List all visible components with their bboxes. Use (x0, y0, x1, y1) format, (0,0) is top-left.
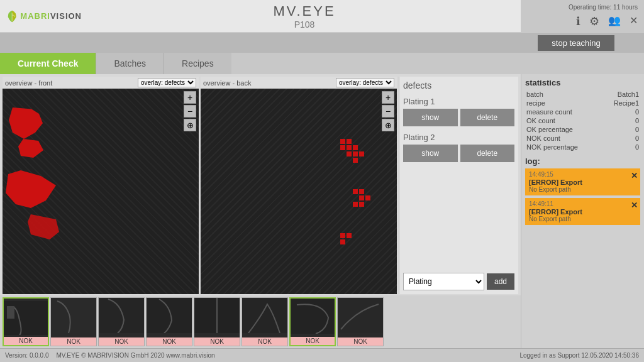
thumb-label-4: NOK (194, 337, 240, 346)
thumb-img-0 (4, 301, 48, 335)
thumb-label-2: NOK (99, 337, 144, 346)
stat-val-nok: 0 (601, 134, 640, 143)
back-zoom-out-button[interactable]: − (382, 105, 394, 118)
front-overlay-select[interactable]: overlay: defects (138, 78, 196, 87)
thumbnail-0[interactable]: NOK (3, 297, 49, 346)
plating-1-show-button[interactable]: show (403, 109, 458, 126)
zoom-in-button[interactable]: + (184, 91, 196, 104)
back-zoom-reset-button[interactable]: ⊕ (382, 119, 394, 131)
thumbnail-2[interactable]: NOK (98, 297, 145, 346)
thumbnail-4[interactable]: NOK (194, 297, 240, 346)
zoom-reset-button[interactable]: ⊕ (184, 119, 196, 131)
svg-rect-27 (338, 298, 383, 333)
plating-2-group: Plating 2 show delete (403, 133, 514, 162)
stat-row-nok: NOK count 0 (525, 134, 640, 143)
svg-rect-19 (7, 306, 14, 319)
stat-val-measure: 0 (601, 107, 640, 116)
plating-1-label: Plating 1 (403, 97, 514, 106)
stat-key-ok: OK count (525, 116, 601, 125)
svg-rect-4 (353, 145, 358, 150)
stat-key-nok-pct: NOK percentage (525, 143, 601, 151)
svg-rect-13 (353, 202, 358, 207)
svg-rect-2 (340, 145, 345, 150)
app-title: MV.EYE (273, 3, 335, 19)
front-image-canvas: + − ⊕ (3, 89, 199, 294)
log-entry-0-time: 14:49:15 (529, 171, 626, 178)
log-entry-0-close[interactable]: ✕ (631, 171, 638, 180)
stat-row-ok: OK count 0 (525, 116, 640, 125)
back-view-label: overview - back (203, 79, 251, 87)
tab-recipes[interactable]: Recipes (164, 53, 231, 74)
stat-row-recipe: recipe Recipe1 (525, 99, 640, 107)
svg-rect-5 (347, 151, 352, 156)
svg-rect-0 (340, 139, 345, 144)
defects-footer: Plating add (403, 273, 514, 290)
footer-logged-in: Logged in as Support 12.05.2020 14:50:36 (519, 352, 639, 359)
svg-rect-16 (347, 233, 352, 238)
stat-val-ok-pct: 0 (601, 125, 640, 134)
plating-1-delete-button[interactable]: delete (460, 109, 515, 126)
svg-rect-14 (359, 202, 364, 207)
close-icon[interactable]: ✕ (630, 14, 638, 28)
thumbnails-row: NOK NOK NOK (0, 295, 521, 348)
footer-copyright: MV.EYE © MABRIVISION GmbH 2020 www.mabri… (57, 352, 215, 359)
back-zoom-controls: + − ⊕ (382, 91, 394, 131)
log-entry-1-close[interactable]: ✕ (631, 200, 638, 210)
thumb-img-4 (194, 298, 240, 337)
thumbnail-5[interactable]: NOK (242, 297, 288, 346)
thumb-img-5 (242, 298, 287, 337)
svg-rect-10 (359, 189, 364, 194)
plating-2-delete-button[interactable]: delete (460, 145, 515, 162)
svg-rect-3 (347, 145, 352, 150)
svg-rect-9 (353, 189, 358, 194)
front-view-label: overview - front (5, 79, 52, 87)
plating-2-show-button[interactable]: show (403, 145, 458, 162)
back-overlay-select[interactable]: overlay: defects (336, 78, 394, 87)
svg-rect-8 (353, 158, 358, 163)
users-icon[interactable]: 👥 (608, 14, 621, 28)
defects-panel: defects Plating 1 show delete Plating 2 (399, 77, 518, 294)
thumb-label-1: NOK (51, 337, 96, 346)
zoom-out-button[interactable]: − (184, 105, 196, 118)
log-entry-1-time: 14:49:11 (529, 200, 626, 207)
back-image-view: overview - back overlay: defects (201, 77, 397, 294)
svg-rect-12 (365, 195, 370, 200)
front-image-view: overview - front overlay: defects (3, 77, 199, 294)
tab-current-check[interactable]: Current Check (0, 53, 96, 74)
statistics-title: statistics (525, 78, 640, 87)
svg-rect-20 (51, 298, 96, 333)
svg-rect-6 (353, 151, 358, 156)
plating-1-group: Plating 1 show delete (403, 97, 514, 126)
stat-row-nok-pct: NOK percentage 0 (525, 143, 640, 151)
app-title-area: MV.EYE P108 (88, 0, 521, 32)
right-panel: statistics batch Batch1 recipe Recipe1 m… (521, 74, 644, 348)
thumbnail-1[interactable]: NOK (50, 297, 97, 346)
stat-val-recipe: Recipe1 (601, 99, 640, 107)
back-zoom-in-button[interactable]: + (382, 91, 394, 104)
thumb-img-2 (99, 298, 144, 337)
plating-select[interactable]: Plating (403, 273, 484, 290)
info-icon[interactable]: ℹ (576, 14, 580, 28)
stop-teaching-button[interactable]: stop teaching (538, 35, 614, 51)
settings-icon[interactable]: ⚙ (589, 14, 599, 28)
stat-key-measure: measure count (525, 107, 601, 116)
app-subtitle: P108 (294, 19, 315, 30)
add-plating-button[interactable]: add (487, 273, 514, 290)
stat-key-recipe: recipe (525, 99, 601, 107)
thumb-img-3 (147, 298, 192, 337)
log-entry-0-detail: No Export path (529, 186, 626, 193)
operating-time: Operating time: 11 hours (569, 4, 638, 11)
thumb-img-6 (291, 299, 335, 337)
front-zoom-controls: + − ⊕ (184, 91, 196, 131)
thumb-label-5: NOK (242, 337, 287, 346)
thumbnail-6[interactable]: NOK (289, 297, 336, 346)
thumbnail-3[interactable]: NOK (146, 297, 192, 346)
footer-version: Version: 0.0.0.0 (5, 352, 49, 359)
log-entry-1-detail: No Export path (529, 216, 626, 222)
thumbnail-7[interactable]: NOK (337, 297, 384, 346)
defects-title: defects (403, 80, 514, 90)
tab-batches[interactable]: Batches (96, 53, 164, 74)
thumb-img-1 (51, 298, 96, 337)
svg-rect-7 (359, 151, 364, 156)
svg-rect-1 (347, 139, 352, 144)
